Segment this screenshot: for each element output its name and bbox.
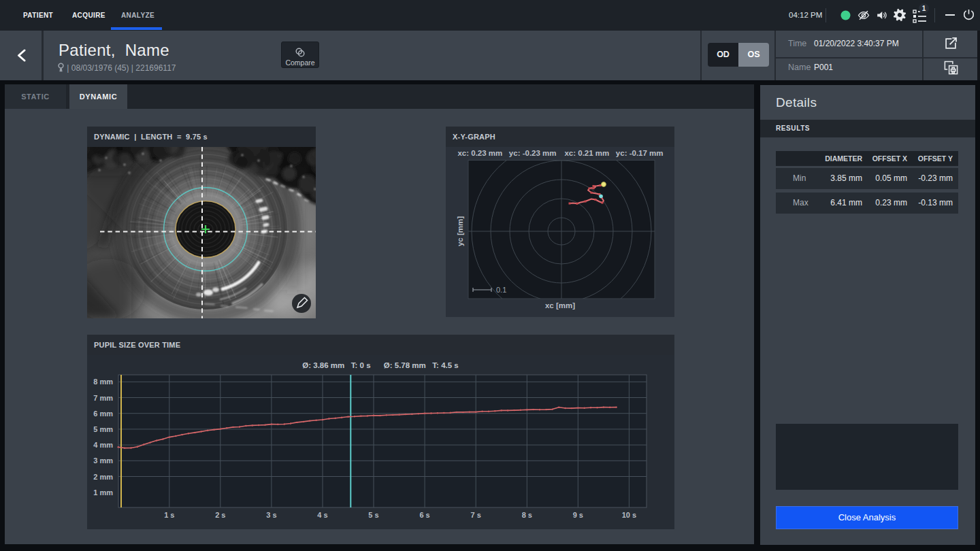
svg-text:xc: 0.21 mm yc: -0.17 mm: xc: 0.21 mm yc: -0.17 mm (564, 149, 663, 157)
svg-text:7 mm: 7 mm (93, 394, 113, 402)
svg-text:3 mm: 3 mm (93, 456, 113, 465)
svg-text:4 s: 4 s (317, 511, 327, 519)
svg-text:6 s: 6 s (419, 511, 429, 519)
svg-text:2 s: 2 s (215, 511, 225, 519)
svg-text:5 s: 5 s (368, 511, 378, 519)
svg-text:1 mm: 1 mm (93, 488, 113, 497)
svg-text:8 mm: 8 mm (93, 378, 113, 386)
svg-text:8 s: 8 s (522, 511, 532, 519)
svg-text:2 mm: 2 mm (93, 473, 113, 481)
svg-text:1: 1 (922, 5, 926, 12)
svg-text:Ø: 3.86 mm T: 0 s Ø: 5.: Ø: 3.86 mm T: 0 s Ø: 5.78 mm T: 4.5 s (302, 361, 458, 369)
svg-text:xc: 0.23 mm yc: -0.23 mm: xc: 0.23 mm yc: -0.23 mm (457, 149, 556, 157)
svg-text:3 s: 3 s (266, 511, 276, 519)
svg-text:4 mm: 4 mm (93, 441, 113, 449)
svg-text:1 s: 1 s (164, 511, 174, 519)
svg-text:6 mm: 6 mm (93, 410, 113, 418)
svg-text:0.1: 0.1 (496, 286, 506, 294)
svg-text:10 s: 10 s (622, 511, 636, 519)
svg-text:yc [mm]: yc [mm] (456, 216, 464, 246)
svg-text:9 s: 9 s (573, 511, 583, 519)
svg-text:5 mm: 5 mm (93, 425, 113, 433)
svg-text:xc [mm]: xc [mm] (545, 301, 575, 310)
svg-text:7 s: 7 s (471, 511, 481, 519)
